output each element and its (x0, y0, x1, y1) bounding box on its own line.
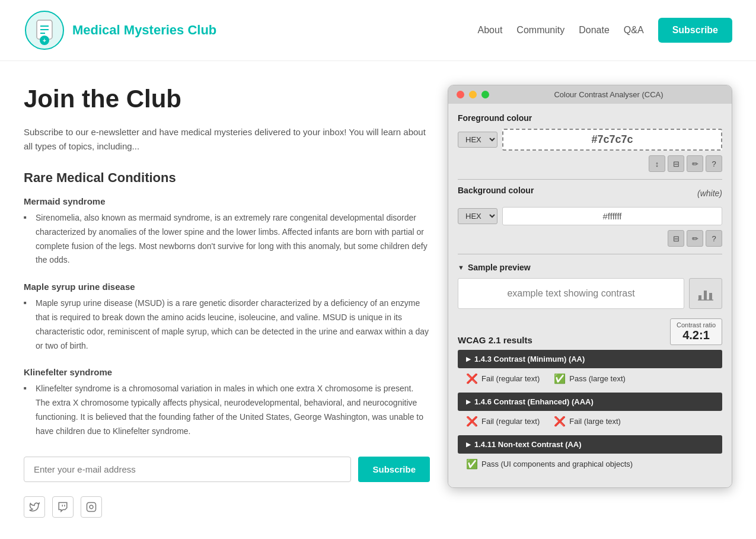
divider-2 (458, 254, 722, 254)
sample-preview-row: example text showing contrast (458, 278, 722, 309)
nav-qa[interactable]: Q&A (624, 25, 644, 36)
cca-window: Colour Contrast Analyser (CCA) Foregroun… (448, 85, 732, 488)
result-item: ❌ Fail (large text) (554, 416, 621, 427)
content-column: Join the Club Subscribe to our e-newslet… (24, 85, 430, 518)
divider-1 (458, 179, 722, 180)
bg-tools: ⊟ ✏ ? (458, 230, 722, 247)
svg-rect-10 (704, 291, 707, 300)
result-item: ❌ Fail (regular text) (466, 416, 540, 427)
wcag-results-row: ❌ Fail (regular text) ❌ Fail (large text… (458, 411, 722, 432)
result-text: Fail (regular text) (481, 417, 540, 426)
condition-name: Mermaid syndrome (24, 196, 430, 206)
logo-area: + Medical Mysteries Club (24, 9, 216, 51)
contrast-ratio-value: 4.2:1 (677, 328, 716, 342)
fail-icon: ❌ (554, 416, 566, 427)
svg-rect-9 (698, 295, 701, 300)
wcag-item-triangle-icon: ▶ (466, 398, 471, 405)
condition-desc: Maple syrup urine disease (MSUD) is a ra… (24, 296, 430, 353)
header-subscribe-button[interactable]: Subscribe (658, 18, 732, 43)
result-item: ❌ Fail (regular text) (466, 373, 540, 384)
bg-white-label: (white) (697, 189, 722, 198)
fail-icon: ❌ (466, 373, 478, 384)
fg-tool-adjust[interactable]: ⊟ (668, 155, 684, 172)
section-title: Rare Medical Conditions (24, 170, 430, 186)
subscribe-form: Subscribe (24, 457, 430, 482)
twitch-icon[interactable] (52, 496, 74, 518)
wcag-item: ▶ 1.4.6 Contrast (Enhanced) (AAA) ❌ Fail… (458, 393, 722, 432)
sample-text-box: example text showing contrast (458, 278, 684, 309)
condition-name: Maple syrup urine disease (24, 282, 430, 292)
fg-tools: ↕ ⊟ ✏ ? (458, 155, 722, 172)
fg-tool-swap[interactable]: ↕ (649, 155, 665, 172)
pass-icon: ✅ (466, 458, 478, 470)
wcag-section: WCAG 2.1 results Contrast ratio 4.2:1 ▶ … (458, 318, 722, 474)
result-text: Pass (UI components and graphical object… (481, 460, 633, 468)
social-icons (24, 496, 430, 518)
result-text: Pass (large text) (569, 374, 626, 383)
wcag-header-row: WCAG 2.1 results Contrast ratio 4.2:1 (458, 318, 722, 345)
wcag-results-row: ❌ Fail (regular text) ✅ Pass (large text… (458, 368, 722, 389)
background-label: Background colour (458, 186, 534, 195)
window-close-btn[interactable] (457, 91, 464, 98)
condition-name: Klinefelter syndrome (24, 367, 430, 377)
wcag-item: ▶ 1.4.3 Contrast (Minimum) (AA) ❌ Fail (… (458, 350, 722, 389)
nav-community[interactable]: Community (516, 25, 564, 36)
condition-block: Mermaid syndrome Sirenomelia, also known… (24, 196, 430, 267)
wcag-item-triangle-icon: ▶ (466, 356, 471, 362)
bg-format-select[interactable]: HEX RGB HSL (458, 208, 497, 224)
result-item: ✅ Pass (UI components and graphical obje… (466, 458, 633, 470)
logo-icon: + (24, 9, 65, 51)
sample-chart-button[interactable] (689, 278, 722, 309)
conditions-list: Mermaid syndrome Sirenomelia, also known… (24, 196, 430, 439)
fg-tool-help[interactable]: ? (706, 155, 722, 172)
wcag-results-row: ✅ Pass (UI components and graphical obje… (458, 454, 722, 474)
subscribe-button[interactable]: Subscribe (358, 457, 430, 482)
contrast-ratio-label: Contrast ratio (677, 321, 716, 328)
svg-text:+: + (43, 37, 46, 44)
bg-tool-adjust[interactable]: ⊟ (668, 230, 684, 247)
sample-header: ▼ Sample preview (458, 263, 722, 272)
sample-text: example text showing contrast (507, 288, 634, 299)
fg-color-input[interactable] (502, 129, 722, 151)
cca-titlebar: Colour Contrast Analyser (CCA) (448, 85, 732, 104)
nav-donate[interactable]: Donate (579, 25, 610, 36)
wcag-item-header[interactable]: ▶ 1.4.3 Contrast (Minimum) (AA) (458, 350, 722, 368)
bg-tool-eyedropper[interactable]: ✏ (687, 230, 703, 247)
wcag-items-list: ▶ 1.4.3 Contrast (Minimum) (AA) ❌ Fail (… (458, 350, 722, 474)
chart-icon (697, 285, 714, 302)
intro-text: Subscribe to our e-newsletter and have m… (24, 125, 430, 154)
window-min-btn[interactable] (469, 91, 477, 98)
fg-format-select[interactable]: HEX RGB HSL (458, 132, 497, 148)
sample-section: ▼ Sample preview example text showing co… (458, 263, 722, 309)
condition-block: Maple syrup urine disease Maple syrup ur… (24, 282, 430, 353)
svg-rect-7 (87, 502, 96, 511)
condition-desc: Klinefelter syndrome is a chromosomal va… (24, 382, 430, 438)
result-text: Fail (large text) (569, 417, 621, 426)
instagram-icon[interactable] (81, 496, 102, 518)
condition-desc: Sirenomelia, also known as mermaid syndr… (24, 211, 430, 267)
wcag-item-triangle-icon: ▶ (466, 441, 471, 448)
sample-triangle-icon: ▼ (458, 264, 464, 271)
svg-rect-11 (709, 293, 712, 300)
fg-tool-eyedropper[interactable]: ✏ (687, 155, 703, 172)
nav: About Community Donate Q&A Subscribe (478, 18, 732, 43)
wcag-item-header[interactable]: ▶ 1.4.11 Non-text Contrast (AA) (458, 435, 722, 454)
foreground-label: Foreground colour (458, 113, 722, 123)
wcag-item-label: 1.4.6 Contrast (Enhanced) (AAA) (474, 397, 594, 406)
result-text: Fail (regular text) (481, 374, 540, 383)
cca-body: Foreground colour HEX RGB HSL ↕ ⊟ ✏ ? (448, 104, 732, 487)
logo-title: Medical Mysteries Club (72, 23, 216, 38)
window-max-btn[interactable] (481, 91, 489, 98)
cca-window-column: Colour Contrast Analyser (CCA) Foregroun… (448, 85, 732, 488)
nav-about[interactable]: About (478, 25, 503, 36)
wcag-item-header[interactable]: ▶ 1.4.6 Contrast (Enhanced) (AAA) (458, 393, 722, 411)
twitter-icon[interactable] (24, 496, 45, 518)
bg-label-row: Background colour (white) (458, 186, 722, 201)
wcag-title: WCAG 2.1 results (458, 335, 532, 345)
cca-title: Colour Contrast Analyser (CCA) (494, 90, 723, 99)
email-input[interactable] (24, 457, 351, 482)
bg-tool-help[interactable]: ? (706, 230, 722, 247)
result-item: ✅ Pass (large text) (554, 373, 626, 384)
wcag-item: ▶ 1.4.11 Non-text Contrast (AA) ✅ Pass (… (458, 435, 722, 474)
bg-color-input[interactable] (502, 207, 722, 225)
